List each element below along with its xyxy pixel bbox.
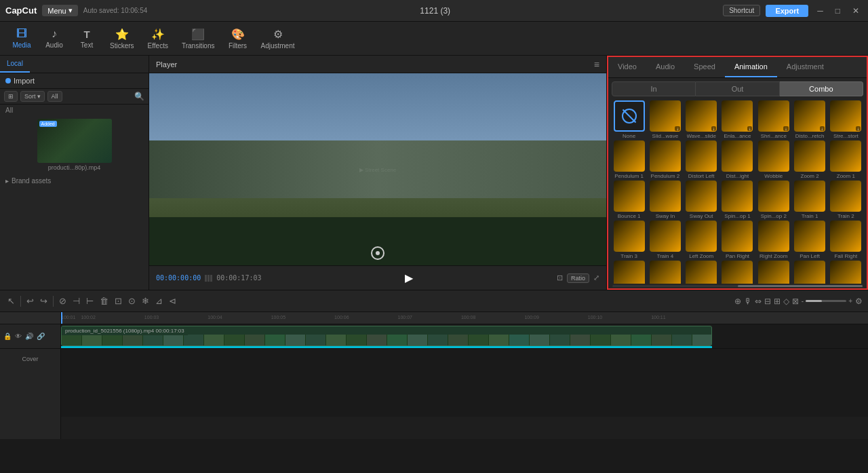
anim-fallleft1[interactable]: Fall Left — [684, 261, 719, 284]
maximize-button[interactable]: □ — [832, 5, 844, 17]
anim-stretch[interactable]: ↓ Stre...stort — [829, 100, 863, 139]
split-button[interactable]: ⊘ — [57, 295, 68, 307]
toolbar-text[interactable]: T Text — [72, 26, 102, 52]
tab-adjustment[interactable]: Adjustment — [777, 57, 833, 77]
track-button[interactable]: ⊟ — [764, 297, 771, 306]
anim-fallright2[interactable]: Fall...Right — [612, 261, 646, 284]
trim-right-button[interactable]: ⊢ — [84, 295, 96, 307]
select-tool[interactable]: ↖ — [5, 295, 17, 307]
loop-button[interactable]: ⊙ — [126, 295, 138, 307]
anim-distort[interactable]: ↓ Disto...retch — [792, 100, 827, 139]
anim-swayin[interactable]: Sway In — [648, 181, 682, 219]
subtab-out[interactable]: Out — [696, 81, 779, 96]
reverse-button[interactable]: ⊲ — [167, 295, 178, 307]
menu-button[interactable]: Menu ▾ — [42, 5, 78, 16]
delete-button[interactable]: 🗑 — [98, 295, 111, 307]
tab-animation[interactable]: Animation — [725, 57, 777, 77]
track-audio-button[interactable]: 🔊 — [24, 332, 34, 341]
keyframe-button[interactable]: ◇ — [783, 297, 789, 306]
media-thumbnail[interactable]: Added producti...80p).mp4 — [0, 116, 149, 174]
anim-none[interactable]: None — [612, 100, 646, 139]
anim-pendulum1[interactable]: Pendulum 1 — [612, 140, 646, 179]
sort-button[interactable]: Sort▾ — [20, 91, 45, 102]
undo-button[interactable]: ↩ — [24, 295, 36, 307]
mic-button[interactable]: 🎙 — [744, 297, 752, 306]
anim-leftzoom[interactable]: Left Zoom — [684, 221, 719, 259]
fullscreen-button[interactable]: ⊡ — [557, 273, 563, 282]
anim-train3[interactable]: Train 3 — [612, 221, 646, 259]
anim-scrollbar[interactable] — [612, 285, 863, 287]
subtab-combo[interactable]: Combo — [780, 81, 863, 96]
play-button[interactable]: ▶ — [405, 271, 413, 284]
link-button[interactable]: ⇔ — [755, 297, 762, 306]
anim-splwn2[interactable]: Spli...wn 2 — [792, 261, 827, 284]
toolbar-media[interactable]: 🎞 Media — [7, 25, 37, 52]
anim-train1[interactable]: Train 1 — [792, 181, 827, 219]
anim-rightzoom[interactable]: Right Zoom — [756, 221, 791, 259]
audio-sync-button[interactable]: ⊞ — [774, 297, 781, 306]
player-menu-icon[interactable]: ≡ — [594, 59, 599, 70]
magnet-button[interactable]: ⊕ — [734, 297, 741, 306]
track-visible-button[interactable]: 👁 — [14, 332, 22, 341]
anim-zoom1[interactable]: Zoom 1 — [829, 140, 863, 179]
trim-left-button[interactable]: ⊣ — [71, 295, 82, 307]
minimize-button[interactable]: ─ — [814, 5, 827, 17]
anim-pendulum2[interactable]: Pendulum 2 — [648, 140, 682, 179]
anim-slidewave[interactable]: ↓ Slid...wave — [648, 100, 682, 139]
toolbar-filters[interactable]: 🎨 Filters — [223, 25, 253, 52]
import-button[interactable]: Import — [14, 77, 35, 85]
zoom-slider[interactable] — [806, 300, 846, 302]
grid-view-button[interactable]: ⊞ — [4, 91, 18, 102]
anim-panright[interactable]: Pan Right — [720, 221, 755, 259]
video-track[interactable]: production_id_5021556 (1080p).mp4 00:00:… — [61, 324, 868, 349]
track-link-button[interactable]: 🔗 — [36, 332, 45, 341]
anim-shrink[interactable]: ↓ Shri...ance — [756, 100, 791, 139]
anim-enlarge[interactable]: ↓ Enla...ance — [720, 100, 755, 139]
time-current: 00:00:00:00 — [156, 274, 201, 282]
anim-panleft[interactable]: Pan Left — [792, 221, 827, 259]
anim-zoom2[interactable]: Zoom 2 — [792, 140, 827, 179]
expand-button[interactable]: ⤢ — [593, 273, 599, 282]
toolbar-adjustment[interactable]: ⚙ Adjustment — [256, 25, 300, 52]
anim-distortleft[interactable]: Distort Left — [684, 140, 719, 179]
tab-local[interactable]: Local — [0, 56, 30, 73]
tab-video[interactable]: Video — [608, 57, 646, 77]
anim-bounce1[interactable]: Bounce 1 — [612, 181, 646, 219]
close-button[interactable]: ✕ — [849, 5, 863, 17]
anim-splwn1[interactable]: Spli...wn 1 — [756, 261, 791, 284]
anim-fallleft2[interactable]: Fall...Left — [720, 261, 755, 284]
subtab-in[interactable]: In — [612, 81, 696, 96]
tab-audio[interactable]: Audio — [646, 57, 684, 77]
settings-button[interactable]: ⚙ — [855, 297, 863, 306]
duplicate-button[interactable]: ⊡ — [113, 295, 124, 307]
rotate-button[interactable]: ⊿ — [153, 295, 165, 307]
brand-assets-item[interactable]: ▸ Brand assets — [0, 174, 149, 188]
ratio-button[interactable]: Ratio — [567, 273, 589, 283]
anim-spinop1[interactable]: Spin...op 1 — [720, 181, 755, 219]
toolbar-effects[interactable]: ✨ Effects — [142, 25, 174, 52]
preview-button[interactable]: ⊠ — [792, 297, 799, 306]
all-filter-button[interactable]: All — [47, 91, 62, 102]
search-button[interactable]: 🔍 — [134, 92, 144, 101]
anim-fallright[interactable]: Fall Right — [829, 221, 863, 259]
anim-bisect2[interactable]: Bisect 2 — [829, 261, 863, 284]
anim-waveslide[interactable]: ↓ Wave...slide — [684, 100, 719, 139]
redo-button[interactable]: ↪ — [38, 295, 50, 307]
anim-wobble[interactable]: Wobble — [756, 140, 791, 179]
toolbar-audio[interactable]: ♪ Audio — [39, 25, 69, 52]
timeline-scroll[interactable]: 100:01 100:02 100:03 100:04 100:05 100:0… — [61, 312, 868, 439]
export-button[interactable]: Export — [766, 5, 808, 17]
toolbar-transitions[interactable]: ⬛ Transitions — [176, 25, 220, 52]
tab-speed[interactable]: Speed — [684, 57, 725, 77]
anim-swayout[interactable]: Sway Out — [684, 181, 719, 219]
track-lock-button[interactable]: 🔒 — [3, 332, 12, 341]
anim-spinop2[interactable]: Spin...op 2 — [756, 181, 791, 219]
shortcut-button[interactable]: Shortcut — [723, 5, 760, 16]
anim-train2[interactable]: Train 2 — [829, 181, 863, 219]
anim-distright[interactable]: Dist...ight — [720, 140, 755, 179]
anim-funhouse1[interactable]: Funho...r 1 — [648, 261, 682, 284]
freeze-button[interactable]: ❄ — [140, 295, 151, 307]
toolbar-stickers[interactable]: ⭐ Stickers — [104, 25, 140, 52]
anim-train4[interactable]: Train 4 — [648, 221, 682, 259]
empty-track-area[interactable] — [61, 349, 868, 417]
